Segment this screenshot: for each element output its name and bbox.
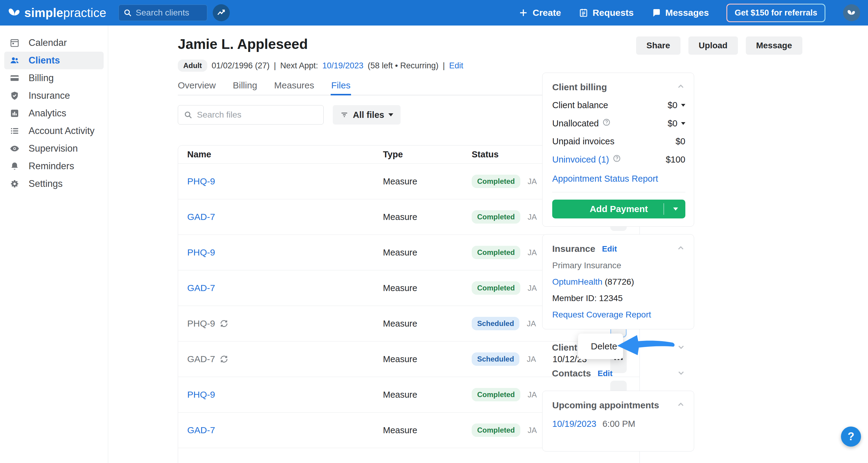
tab-billing[interactable]: Billing	[233, 80, 257, 95]
tab-measures[interactable]: Measures	[274, 80, 314, 95]
brand-logo[interactable]: simplepractice	[8, 6, 106, 20]
file-name-link[interactable]: GAD-7	[187, 354, 383, 364]
file-name-link[interactable]: PHQ-9	[187, 247, 383, 258]
expand-chevron-down-icon[interactable]	[677, 368, 686, 378]
collapse-chevron-up-icon[interactable]	[676, 400, 685, 410]
collapse-chevron-up-icon[interactable]	[676, 244, 685, 254]
insights-button[interactable]	[213, 4, 230, 21]
file-type: Measure	[383, 212, 472, 222]
upcoming-appointments-panel: Upcoming appointments 10/19/2023 6:00 PM	[542, 391, 694, 452]
search-clients-input[interactable]	[136, 8, 197, 18]
separator: |	[274, 61, 276, 70]
file-status: Scheduled JA	[472, 353, 553, 366]
file-name: GAD-7	[187, 425, 215, 435]
owner-initials: JA	[528, 212, 537, 222]
create-button[interactable]: Create	[519, 8, 561, 18]
client-summary-sidebar: Client billing Client balance $0	[542, 73, 694, 452]
file-name: PHQ-9	[187, 390, 215, 400]
edit-client-link[interactable]: Edit	[449, 61, 463, 70]
billing-row: Unallocated $0	[552, 118, 685, 129]
help-icon[interactable]	[602, 118, 611, 129]
value-dropdown-caret[interactable]	[681, 122, 685, 125]
edit-contacts-link[interactable]: Edit	[597, 369, 612, 378]
billing-row-value: $100	[665, 155, 685, 165]
owner-initials: JA	[528, 390, 537, 399]
sidebar-label: Supervision	[29, 143, 78, 154]
file-filter-dropdown[interactable]: All files	[333, 105, 401, 125]
recurring-icon	[219, 319, 228, 328]
recurring-icon	[219, 355, 228, 364]
chevron-down-icon[interactable]	[673, 207, 678, 210]
sidebar-item-analytics[interactable]: Analytics	[4, 104, 104, 122]
request-coverage-report-link[interactable]: Request Coverage Report	[552, 310, 651, 319]
appointment-entry: 10/19/2023 6:00 PM	[552, 419, 685, 429]
insurance-provider-line: OptumHealth (87726)	[552, 277, 685, 287]
column-header-name[interactable]: Name	[187, 150, 383, 160]
sidebar-item-clients[interactable]: Clients	[4, 52, 104, 69]
file-status: Scheduled JA	[472, 317, 553, 330]
butterfly-avatar-icon	[847, 9, 856, 17]
sidebar-item-settings[interactable]: Settings	[4, 175, 104, 193]
dob-text: 01/02/1996 (27)	[212, 61, 270, 70]
delete-menu-item[interactable]: Delete	[578, 341, 617, 352]
sidebar-label: Analytics	[29, 108, 66, 119]
next-appt-date-link[interactable]: 10/19/2023	[322, 61, 364, 70]
file-status: Completed JA	[472, 388, 553, 401]
file-status: Completed JA	[472, 175, 553, 188]
tab-files[interactable]: Files	[331, 80, 350, 95]
file-name-link[interactable]: PHQ-9	[187, 319, 383, 329]
search-files-input[interactable]	[197, 110, 312, 120]
appointment-date-link[interactable]: 10/19/2023	[552, 419, 596, 429]
client-billing-panel: Client billing Client balance $0	[542, 73, 694, 227]
avatar[interactable]	[843, 4, 860, 21]
file-name: PHQ-9	[187, 176, 215, 187]
sidebar-item-billing[interactable]: Billing	[4, 69, 104, 87]
status-badge: Completed	[472, 388, 520, 401]
edit-insurance-link[interactable]: Edit	[602, 244, 617, 254]
sidebar-item-reminders[interactable]: Reminders	[4, 157, 104, 175]
add-payment-button[interactable]: Add Payment	[552, 200, 685, 219]
expand-chevron-down-icon[interactable]	[677, 342, 686, 353]
help-icon[interactable]	[613, 154, 621, 165]
separator: |	[443, 61, 445, 70]
messages-button[interactable]: Messages	[651, 8, 709, 18]
file-status: Completed JA	[472, 424, 553, 437]
value-dropdown-caret[interactable]	[681, 104, 685, 107]
owner-initials: JA	[528, 177, 537, 186]
calendar-icon	[10, 38, 20, 48]
requests-button[interactable]: Requests	[579, 8, 634, 18]
provider-link[interactable]: OptumHealth	[552, 277, 602, 287]
help-button[interactable]: ?	[841, 427, 861, 447]
insurance-panel: Insurance Edit Primary Insurance OptumHe…	[542, 234, 694, 329]
file-name-link[interactable]: PHQ-9	[187, 390, 383, 400]
file-name-link[interactable]: GAD-7	[187, 425, 383, 435]
file-type: Measure	[383, 176, 472, 187]
file-name-link[interactable]: GAD-7	[187, 283, 383, 293]
tab-overview[interactable]: Overview	[178, 80, 216, 95]
column-header-type[interactable]: Type	[383, 150, 472, 160]
sidebar-item-supervision[interactable]: Supervision	[4, 140, 104, 157]
primary-insurance-label: Primary Insurance	[552, 261, 685, 270]
client-subtitle: Adult 01/02/1996 (27) | Next Appt: 10/19…	[178, 60, 463, 72]
collapse-chevron-up-icon[interactable]	[676, 82, 685, 92]
requests-label: Requests	[593, 8, 634, 18]
sidebar-label: Insurance	[29, 90, 70, 101]
sidebar-item-insurance[interactable]: Insurance	[4, 87, 104, 104]
share-button[interactable]: Share	[636, 36, 680, 55]
sidebar-item-calendar[interactable]: Calendar	[4, 34, 104, 52]
appointment-status-report-link[interactable]: Appointment Status Report	[552, 174, 658, 184]
referral-button[interactable]: Get $150 for referrals	[727, 5, 825, 21]
upload-button[interactable]: Upload	[688, 36, 738, 55]
sidebar-item-account-activity[interactable]: Account Activity	[4, 122, 104, 140]
file-status: Completed JA	[472, 246, 553, 259]
file-status: Completed JA	[472, 210, 553, 224]
file-name: GAD-7	[187, 354, 215, 364]
file-type: Measure	[383, 319, 472, 329]
file-name-link[interactable]: PHQ-9	[187, 176, 383, 187]
insurance-title: Insurance	[552, 244, 595, 254]
file-name-link[interactable]: GAD-7	[187, 212, 383, 222]
main-content: Jamie L. Appleseed Adult 01/02/1996 (27)…	[108, 26, 868, 463]
owner-initials: JA	[527, 319, 536, 328]
message-button[interactable]: Message	[746, 36, 802, 55]
column-header-status[interactable]: Status	[472, 150, 553, 160]
